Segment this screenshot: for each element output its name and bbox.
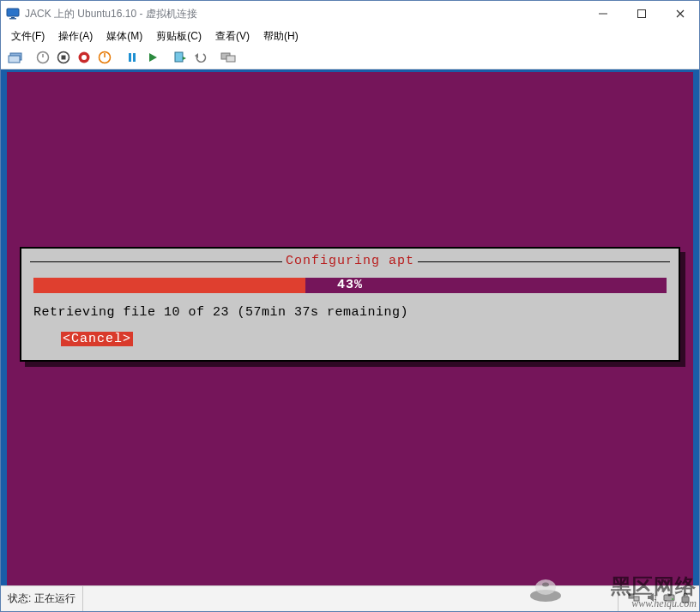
- lock-icon: [680, 591, 691, 606]
- configuring-apt-dialog: Configuring apt 43% Retrieving file 10 o…: [20, 247, 680, 362]
- dialog-title: Configuring apt: [282, 254, 418, 268]
- toolbar: [1, 45, 699, 69]
- svg-rect-22: [634, 597, 639, 601]
- guest-desktop[interactable]: Configuring apt 43% Retrieving file 10 o…: [7, 72, 693, 585]
- start-button[interactable]: [33, 48, 52, 67]
- cancel-button[interactable]: <Cancel>: [61, 332, 133, 346]
- minimize-button[interactable]: [583, 1, 622, 27]
- svg-rect-20: [226, 56, 235, 62]
- maximize-button[interactable]: [622, 1, 661, 27]
- svg-rect-6: [9, 56, 20, 63]
- svg-point-11: [81, 55, 87, 60]
- reset-button[interactable]: [95, 48, 114, 67]
- progress-bar: 43%: [33, 278, 667, 293]
- resume-button[interactable]: [143, 48, 162, 67]
- svg-rect-16: [175, 52, 183, 62]
- turnoff-button[interactable]: [54, 48, 73, 67]
- title-bar: JACK 上的 Ubuntu16.10 - 虚拟机连接: [1, 1, 699, 27]
- svg-rect-26: [682, 597, 689, 603]
- close-button[interactable]: [661, 1, 699, 27]
- window-title: JACK 上的 Ubuntu16.10 - 虚拟机连接: [25, 7, 583, 21]
- progress-percent: 43%: [33, 278, 667, 293]
- ctrl-alt-del-button[interactable]: [6, 48, 25, 67]
- enhanced-session-button[interactable]: [219, 48, 238, 67]
- pause-button[interactable]: [123, 48, 142, 67]
- menu-clip[interactable]: 剪贴板(C): [151, 27, 207, 45]
- progress-status: Retrieving file 10 of 23 (57min 37s rema…: [33, 305, 667, 320]
- status-label: 状态:: [8, 591, 31, 606]
- svg-rect-1: [11, 17, 15, 18]
- revert-button[interactable]: [191, 48, 210, 67]
- menu-media[interactable]: 媒体(M): [101, 27, 148, 45]
- speaker-icon: [646, 591, 658, 606]
- network-icon: [627, 591, 641, 606]
- shutdown-button[interactable]: [75, 48, 94, 67]
- svg-point-25: [672, 598, 673, 600]
- svg-rect-21: [629, 594, 634, 598]
- svg-marker-15: [149, 53, 157, 62]
- svg-marker-23: [648, 593, 654, 602]
- svg-rect-2: [9, 18, 16, 19]
- svg-point-28: [535, 579, 556, 595]
- svg-rect-0: [7, 9, 19, 16]
- checkpoint-button[interactable]: [171, 48, 190, 67]
- svg-rect-4: [637, 10, 645, 18]
- menu-bar: 文件(F) 操作(A) 媒体(M) 剪贴板(C) 查看(V) 帮助(H): [1, 27, 699, 45]
- watermark-logo: [528, 577, 563, 605]
- menu-file[interactable]: 文件(F): [6, 27, 50, 45]
- svg-point-29: [542, 583, 549, 587]
- menu-action[interactable]: 操作(A): [53, 27, 98, 45]
- svg-marker-17: [183, 57, 186, 60]
- svg-rect-13: [129, 53, 131, 62]
- status-bar: 状态: 正在运行: [1, 585, 699, 611]
- svg-rect-14: [133, 53, 136, 62]
- svg-rect-9: [62, 55, 66, 59]
- menu-help[interactable]: 帮助(H): [258, 27, 304, 45]
- vm-viewport: Configuring apt 43% Retrieving file 10 o…: [1, 69, 699, 585]
- disk-icon: [663, 591, 675, 606]
- monitor-icon: [6, 7, 20, 21]
- svg-rect-3: [599, 14, 607, 15]
- status-value: 正在运行: [34, 591, 75, 606]
- menu-view[interactable]: 查看(V): [210, 27, 255, 45]
